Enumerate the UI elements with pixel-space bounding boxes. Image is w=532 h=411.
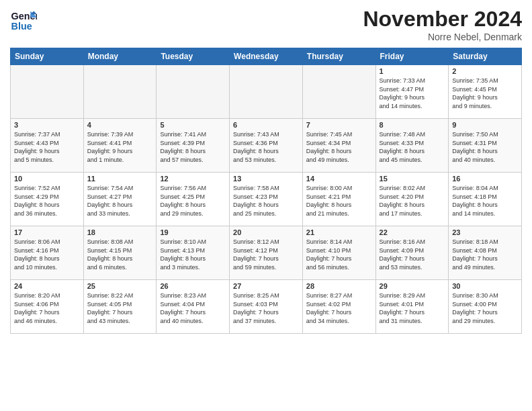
calendar-cell bbox=[230, 65, 303, 119]
day-info: Sunrise: 8:23 AM Sunset: 4:04 PM Dayligh… bbox=[160, 291, 226, 325]
logo: General Blue bbox=[10, 7, 40, 34]
day-number: 15 bbox=[380, 175, 445, 183]
day-info: Sunrise: 7:54 AM Sunset: 4:27 PM Dayligh… bbox=[87, 184, 153, 218]
page: General Blue November 2024 Norre Nebel, … bbox=[0, 0, 532, 411]
col-monday: Monday bbox=[83, 48, 157, 65]
calendar-cell: 15Sunrise: 8:02 AM Sunset: 4:20 PM Dayli… bbox=[375, 173, 449, 226]
day-info: Sunrise: 7:50 AM Sunset: 4:31 PM Dayligh… bbox=[452, 130, 518, 164]
calendar-cell: 11Sunrise: 7:54 AM Sunset: 4:27 PM Dayli… bbox=[83, 173, 157, 226]
logo-icon: General Blue bbox=[10, 7, 37, 34]
day-info: Sunrise: 8:22 AM Sunset: 4:05 PM Dayligh… bbox=[87, 291, 153, 325]
day-info: Sunrise: 8:06 AM Sunset: 4:16 PM Dayligh… bbox=[14, 238, 80, 271]
calendar-cell: 22Sunrise: 8:16 AM Sunset: 4:09 PM Dayli… bbox=[375, 226, 449, 280]
day-info: Sunrise: 8:25 AM Sunset: 4:03 PM Dayligh… bbox=[233, 291, 299, 325]
calendar-week-2: 10Sunrise: 7:52 AM Sunset: 4:29 PM Dayli… bbox=[11, 173, 522, 226]
title-area: November 2024 Norre Nebel, Denmark bbox=[363, 7, 522, 42]
col-wednesday: Wednesday bbox=[230, 48, 303, 65]
day-info: Sunrise: 7:37 AM Sunset: 4:43 PM Dayligh… bbox=[14, 130, 80, 164]
calendar-cell: 16Sunrise: 8:04 AM Sunset: 4:18 PM Dayli… bbox=[449, 173, 522, 226]
day-info: Sunrise: 8:18 AM Sunset: 4:08 PM Dayligh… bbox=[452, 238, 518, 271]
calendar-cell: 25Sunrise: 8:22 AM Sunset: 4:05 PM Dayli… bbox=[83, 280, 157, 334]
day-info: Sunrise: 7:39 AM Sunset: 4:41 PM Dayligh… bbox=[87, 130, 153, 164]
day-number: 29 bbox=[380, 282, 445, 290]
header: General Blue November 2024 Norre Nebel, … bbox=[10, 7, 522, 42]
calendar-cell: 19Sunrise: 8:10 AM Sunset: 4:13 PM Dayli… bbox=[157, 226, 230, 280]
calendar-cell: 13Sunrise: 7:58 AM Sunset: 4:23 PM Dayli… bbox=[230, 173, 303, 226]
day-number: 8 bbox=[380, 121, 445, 129]
day-number: 7 bbox=[306, 121, 372, 129]
day-info: Sunrise: 8:00 AM Sunset: 4:21 PM Dayligh… bbox=[306, 184, 372, 218]
calendar-cell: 20Sunrise: 8:12 AM Sunset: 4:12 PM Dayli… bbox=[230, 226, 303, 280]
day-number: 11 bbox=[87, 175, 153, 183]
day-info: Sunrise: 7:45 AM Sunset: 4:34 PM Dayligh… bbox=[306, 130, 372, 164]
svg-text:Blue: Blue bbox=[11, 21, 32, 32]
day-number: 13 bbox=[233, 175, 299, 183]
day-number: 5 bbox=[160, 121, 226, 129]
day-info: Sunrise: 8:04 AM Sunset: 4:18 PM Dayligh… bbox=[452, 184, 518, 218]
calendar-cell bbox=[11, 65, 84, 119]
col-sunday: Sunday bbox=[11, 48, 84, 65]
day-info: Sunrise: 8:10 AM Sunset: 4:13 PM Dayligh… bbox=[160, 238, 226, 271]
day-number: 28 bbox=[306, 282, 372, 290]
calendar-cell bbox=[83, 65, 157, 119]
day-info: Sunrise: 8:16 AM Sunset: 4:09 PM Dayligh… bbox=[380, 238, 445, 271]
day-number: 17 bbox=[14, 228, 80, 236]
day-info: Sunrise: 7:56 AM Sunset: 4:25 PM Dayligh… bbox=[160, 184, 226, 218]
calendar-week-4: 24Sunrise: 8:20 AM Sunset: 4:06 PM Dayli… bbox=[11, 280, 522, 334]
day-number: 23 bbox=[452, 228, 518, 236]
calendar-cell: 5Sunrise: 7:41 AM Sunset: 4:39 PM Daylig… bbox=[157, 119, 230, 173]
day-number: 14 bbox=[306, 175, 372, 183]
day-number: 19 bbox=[160, 228, 226, 236]
col-friday: Friday bbox=[375, 48, 449, 65]
calendar-cell: 24Sunrise: 8:20 AM Sunset: 4:06 PM Dayli… bbox=[11, 280, 84, 334]
day-info: Sunrise: 8:08 AM Sunset: 4:15 PM Dayligh… bbox=[87, 238, 153, 271]
month-title: November 2024 bbox=[363, 7, 522, 32]
header-row: Sunday Monday Tuesday Wednesday Thursday… bbox=[11, 48, 522, 65]
day-info: Sunrise: 8:14 AM Sunset: 4:10 PM Dayligh… bbox=[306, 238, 372, 271]
day-number: 1 bbox=[380, 67, 445, 75]
calendar-cell: 2Sunrise: 7:35 AM Sunset: 4:45 PM Daylig… bbox=[449, 65, 522, 119]
day-number: 20 bbox=[233, 228, 299, 236]
calendar-cell: 27Sunrise: 8:25 AM Sunset: 4:03 PM Dayli… bbox=[230, 280, 303, 334]
calendar-cell bbox=[302, 65, 375, 119]
day-number: 4 bbox=[87, 121, 153, 129]
calendar-cell: 30Sunrise: 8:30 AM Sunset: 4:00 PM Dayli… bbox=[449, 280, 522, 334]
day-number: 18 bbox=[87, 228, 153, 236]
calendar-cell: 10Sunrise: 7:52 AM Sunset: 4:29 PM Dayli… bbox=[11, 173, 84, 226]
day-number: 9 bbox=[452, 121, 518, 129]
day-info: Sunrise: 8:29 AM Sunset: 4:01 PM Dayligh… bbox=[380, 291, 445, 325]
calendar-cell: 23Sunrise: 8:18 AM Sunset: 4:08 PM Dayli… bbox=[449, 226, 522, 280]
day-info: Sunrise: 7:35 AM Sunset: 4:45 PM Dayligh… bbox=[452, 77, 518, 110]
location: Norre Nebel, Denmark bbox=[363, 32, 522, 42]
day-number: 27 bbox=[233, 282, 299, 290]
day-number: 2 bbox=[452, 67, 518, 75]
calendar-cell: 8Sunrise: 7:48 AM Sunset: 4:33 PM Daylig… bbox=[375, 119, 449, 173]
calendar-cell: 28Sunrise: 8:27 AM Sunset: 4:02 PM Dayli… bbox=[302, 280, 375, 334]
calendar-table: Sunday Monday Tuesday Wednesday Thursday… bbox=[10, 48, 522, 334]
day-number: 30 bbox=[452, 282, 518, 290]
calendar-cell: 18Sunrise: 8:08 AM Sunset: 4:15 PM Dayli… bbox=[83, 226, 157, 280]
calendar-cell: 21Sunrise: 8:14 AM Sunset: 4:10 PM Dayli… bbox=[302, 226, 375, 280]
calendar-cell: 7Sunrise: 7:45 AM Sunset: 4:34 PM Daylig… bbox=[302, 119, 375, 173]
calendar-cell: 6Sunrise: 7:43 AM Sunset: 4:36 PM Daylig… bbox=[230, 119, 303, 173]
day-info: Sunrise: 8:30 AM Sunset: 4:00 PM Dayligh… bbox=[452, 291, 518, 325]
calendar-week-3: 17Sunrise: 8:06 AM Sunset: 4:16 PM Dayli… bbox=[11, 226, 522, 280]
day-number: 16 bbox=[452, 175, 518, 183]
calendar-cell: 29Sunrise: 8:29 AM Sunset: 4:01 PM Dayli… bbox=[375, 280, 449, 334]
day-info: Sunrise: 8:27 AM Sunset: 4:02 PM Dayligh… bbox=[306, 291, 372, 325]
calendar-cell: 17Sunrise: 8:06 AM Sunset: 4:16 PM Dayli… bbox=[11, 226, 84, 280]
day-number: 10 bbox=[14, 175, 80, 183]
day-info: Sunrise: 7:48 AM Sunset: 4:33 PM Dayligh… bbox=[380, 130, 445, 164]
calendar-cell: 4Sunrise: 7:39 AM Sunset: 4:41 PM Daylig… bbox=[83, 119, 157, 173]
calendar-week-1: 3Sunrise: 7:37 AM Sunset: 4:43 PM Daylig… bbox=[11, 119, 522, 173]
day-number: 21 bbox=[306, 228, 372, 236]
day-info: Sunrise: 7:41 AM Sunset: 4:39 PM Dayligh… bbox=[160, 130, 226, 164]
calendar-cell: 12Sunrise: 7:56 AM Sunset: 4:25 PM Dayli… bbox=[157, 173, 230, 226]
col-saturday: Saturday bbox=[449, 48, 522, 65]
day-info: Sunrise: 7:58 AM Sunset: 4:23 PM Dayligh… bbox=[233, 184, 299, 218]
day-info: Sunrise: 7:43 AM Sunset: 4:36 PM Dayligh… bbox=[233, 130, 299, 164]
day-info: Sunrise: 8:02 AM Sunset: 4:20 PM Dayligh… bbox=[380, 184, 445, 218]
calendar-cell: 9Sunrise: 7:50 AM Sunset: 4:31 PM Daylig… bbox=[449, 119, 522, 173]
day-info: Sunrise: 8:20 AM Sunset: 4:06 PM Dayligh… bbox=[14, 291, 80, 325]
col-thursday: Thursday bbox=[302, 48, 375, 65]
